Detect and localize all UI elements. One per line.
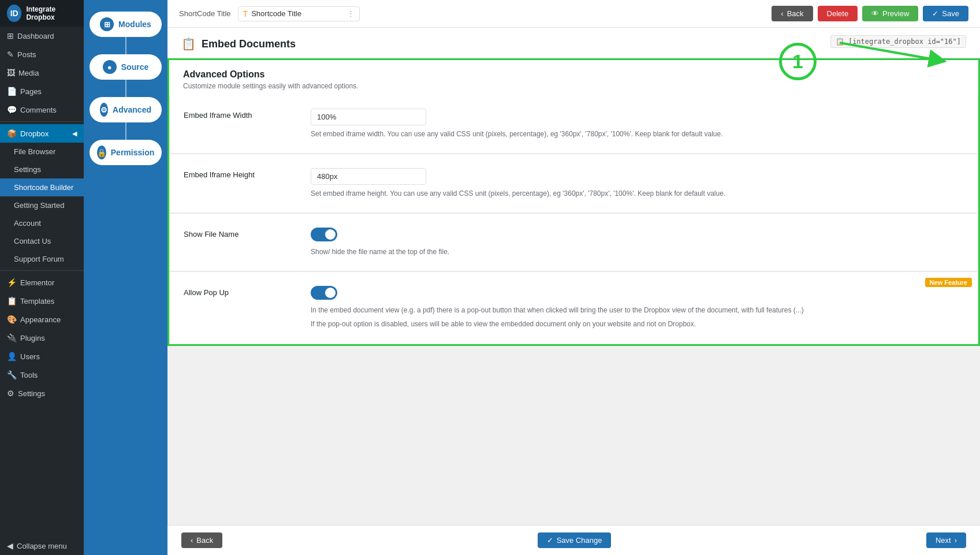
- bottom-back-button[interactable]: ‹ Back: [181, 532, 222, 548]
- eye-icon: 👁: [871, 9, 879, 18]
- save-change-button[interactable]: ✓ Save Change: [538, 532, 612, 548]
- sidebar-logo: ID Integrate Dropbox: [0, 0, 84, 27]
- sidebar-item-media[interactable]: 🖼 Media: [0, 64, 84, 82]
- step-modules-btn[interactable]: ⊞ Modules: [90, 12, 162, 37]
- sidebar-label-settings-main: Settings: [18, 389, 45, 398]
- form-section-iframe-width: Embed Iframe Width Set embed iframe widt…: [169, 95, 978, 154]
- sidebar-item-collapse[interactable]: ◀ Collapse menu: [0, 537, 84, 555]
- sidebar-label-appearance: Appearance: [20, 315, 61, 324]
- back-chevron-icon: ‹: [781, 9, 783, 18]
- permission-step-icon: 🔒: [97, 146, 106, 159]
- step-source-label: Source: [121, 62, 148, 72]
- delete-button[interactable]: Delete: [818, 6, 858, 21]
- users-icon: 👤: [7, 352, 17, 361]
- sidebar-label-file-browser: File Browser: [14, 147, 55, 156]
- comments-icon: 💬: [7, 105, 17, 114]
- tools-icon: 🔧: [7, 370, 17, 379]
- iframe-width-field: Set embed iframe width. You can use any …: [311, 109, 964, 139]
- step-connector-3: [125, 122, 126, 140]
- sidebar-item-users[interactable]: 👤 Users: [0, 347, 84, 366]
- sidebar-label-settings-sub: Settings: [14, 165, 41, 174]
- main-form-wrapper: Advanced Options Customize module settin…: [167, 58, 980, 346]
- sidebar-label-collapse: Collapse menu: [17, 542, 67, 550]
- save-button[interactable]: ✓ Save: [923, 6, 968, 21]
- step-advanced-btn[interactable]: ⚙ Advanced: [90, 97, 162, 122]
- advanced-step-icon: ⚙: [100, 103, 108, 117]
- sidebar-item-appearance[interactable]: 🎨 Appearance: [0, 310, 84, 329]
- sidebar-label-support-forum: Support Forum: [14, 255, 64, 263]
- allow-popup-toggle[interactable]: [311, 286, 337, 300]
- sidebar-label-posts: Posts: [17, 50, 36, 59]
- bottom-back-label: Back: [196, 536, 213, 545]
- collapse-arrow: ◀: [72, 130, 77, 137]
- step-permission-btn[interactable]: 🔒 Permission: [90, 140, 162, 165]
- step-wizard: ⊞ Modules ● Source ⚙ Advanced 🔒 Permissi…: [84, 0, 167, 555]
- step-source-btn[interactable]: ● Source: [90, 54, 162, 80]
- show-filename-field: Show/ hide the file name at the top of t…: [311, 228, 964, 257]
- shortcode-title-input[interactable]: [251, 9, 344, 18]
- form-row-iframe-height: Embed Iframe Height Set embed iframe hei…: [184, 168, 964, 199]
- sidebar-label-account: Account: [14, 219, 41, 228]
- sidebar-item-tools[interactable]: 🔧 Tools: [0, 366, 84, 384]
- appearance-icon: 🎨: [7, 315, 17, 324]
- sidebar-label-getting-started: Getting Started: [14, 201, 64, 210]
- top-bar: ShortCode Title T ⋮ ‹ Back Delete 👁 Prev…: [167, 0, 980, 28]
- sidebar-item-plugins[interactable]: 🔌 Plugins: [0, 329, 84, 347]
- sidebar-item-pages[interactable]: 📄 Pages: [0, 82, 84, 100]
- sidebar-item-settings-sub[interactable]: Settings: [0, 161, 84, 178]
- sidebar-item-contact-us[interactable]: Contact Us: [0, 232, 84, 250]
- shortcode-title-label: ShortCode Title: [179, 9, 231, 18]
- form-section-show-filename: Show File Name Show/ hide the file name …: [169, 213, 978, 271]
- sidebar-item-templates[interactable]: 📋 Templates: [0, 292, 84, 310]
- sidebar-item-settings-main[interactable]: ⚙ Settings: [0, 384, 84, 403]
- sidebar-item-elementor[interactable]: ⚡ Elementor: [0, 273, 84, 292]
- sidebar-label-contact-us: Contact Us: [14, 237, 51, 245]
- back-button-label: Back: [787, 9, 804, 18]
- step-advanced-block: ⚙ Advanced: [90, 97, 162, 122]
- page-header: 📋 Embed Documents 📋 [integrate_dropbox i…: [167, 28, 980, 58]
- sidebar-label-users: Users: [20, 352, 40, 361]
- sidebar-label-shortcode-builder: Shortcode Builder: [14, 183, 73, 192]
- sidebar-item-support-forum[interactable]: Support Forum: [0, 250, 84, 268]
- bottom-bar: ‹ Back ✓ Save Change Next ›: [167, 525, 980, 555]
- media-icon: 🖼: [7, 68, 15, 77]
- sidebar-item-posts[interactable]: ✎ Posts: [0, 45, 84, 64]
- sidebar-item-comments[interactable]: 💬 Comments: [0, 100, 84, 119]
- back-button[interactable]: ‹ Back: [772, 6, 813, 21]
- iframe-height-input[interactable]: [311, 168, 426, 185]
- preview-button[interactable]: 👁 Preview: [862, 6, 918, 21]
- collapse-menu-icon: ◀: [7, 541, 13, 550]
- next-chevron-icon: ›: [955, 536, 957, 545]
- form-section-iframe-height: Embed Iframe Height Set embed iframe hei…: [169, 154, 978, 213]
- advanced-options-description: Customize module settings easily with ad…: [183, 82, 964, 90]
- step-advanced-label: Advanced: [113, 105, 151, 114]
- sidebar-item-dropbox[interactable]: 📦 Dropbox ◀: [0, 124, 84, 143]
- next-label: Next: [936, 536, 951, 545]
- step-modules-block: ⊞ Modules: [90, 12, 162, 37]
- settings-main-icon: ⚙: [7, 389, 14, 398]
- step-permission-label: Permission: [111, 148, 154, 157]
- save-button-label: Save: [942, 9, 959, 18]
- bottom-back-chevron-icon: ‹: [191, 536, 193, 545]
- sidebar-label-dropbox: Dropbox: [20, 129, 49, 138]
- sidebar-label-templates: Templates: [20, 297, 54, 306]
- advanced-options-title: Advanced Options: [183, 69, 964, 80]
- show-filename-description: Show/ hide the file name at the top of t…: [311, 247, 964, 257]
- iframe-width-input[interactable]: [311, 109, 426, 125]
- save-change-check-icon: ✓: [547, 536, 553, 545]
- step-connector-1: [125, 37, 126, 54]
- delete-button-label: Delete: [827, 9, 849, 18]
- iframe-width-description: Set embed iframe width. You can use any …: [311, 129, 964, 139]
- sidebar-item-account[interactable]: Account: [0, 214, 84, 232]
- logo-icon: ID: [7, 5, 21, 22]
- sidebar-item-file-browser[interactable]: File Browser: [0, 143, 84, 161]
- sidebar: ID Integrate Dropbox ⊞ Dashboard ✎ Posts…: [0, 0, 84, 555]
- sidebar-item-shortcode-builder[interactable]: Shortcode Builder: [0, 178, 84, 196]
- sidebar-item-dashboard[interactable]: ⊞ Dashboard: [0, 27, 84, 45]
- sidebar-label-media: Media: [18, 69, 39, 77]
- next-button[interactable]: Next ›: [926, 532, 966, 548]
- form-row-iframe-width: Embed Iframe Width Set embed iframe widt…: [184, 109, 964, 139]
- sidebar-item-getting-started[interactable]: Getting Started: [0, 196, 84, 214]
- show-filename-toggle[interactable]: [311, 228, 337, 241]
- elementor-icon: ⚡: [7, 278, 17, 287]
